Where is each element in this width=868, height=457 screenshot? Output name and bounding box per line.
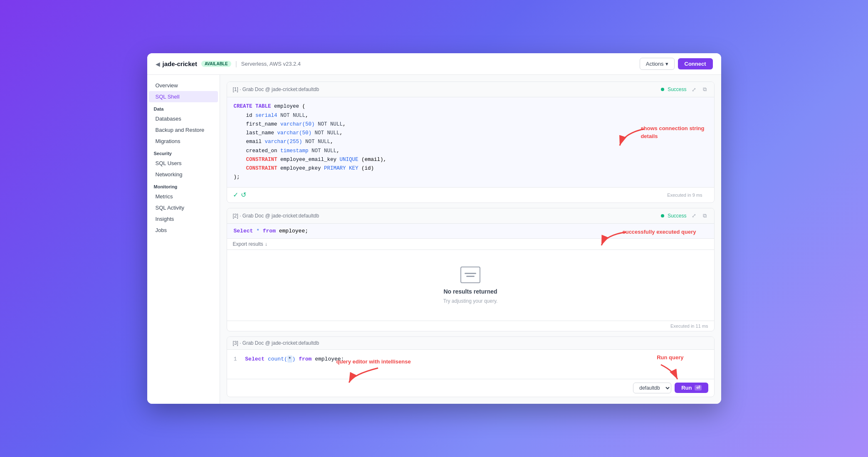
query-3-label: [3] · Grab Doc @ jade-cricket:defaultdb (233, 340, 319, 346)
run-shortcut: ⏎ (695, 385, 702, 390)
editor-footer: defaultdb Run ⏎ (227, 379, 714, 397)
sidebar-item-backup-restore[interactable]: Backup and Restore (149, 124, 218, 136)
sidebar-section-data: Data (147, 102, 220, 113)
query-block-3: [3] · Grab Doc @ jade-cricket:defaultdb … (227, 336, 715, 397)
expand-button-1[interactable]: ⤢ (690, 86, 698, 94)
editor-area: 1 Select count(*) from employee; (227, 350, 714, 379)
check-icon-1: ✓ (233, 191, 238, 199)
query-block-2: [2] · Grab Doc @ jade-cricket:defaultdb … (227, 208, 715, 331)
actions-label: Actions (646, 61, 664, 67)
connect-button[interactable]: Connect (678, 58, 713, 69)
sidebar-item-databases[interactable]: Databases (149, 113, 218, 124)
instance-meta: Serverless, AWS v23.2.4 (241, 61, 301, 67)
main-window: ◀ jade-cricket AVAILABLE | Serverless, A… (147, 53, 721, 403)
query-1-code: CREATE TABLE employee ( id serial4 NOT N… (227, 97, 714, 187)
query-2-code: Select * from employee; (227, 224, 714, 239)
sidebar-section-security: Security (147, 147, 220, 158)
header-actions: Actions ▾ Connect (640, 58, 713, 70)
sidebar-item-insights[interactable]: Insights (149, 213, 218, 225)
header: ◀ jade-cricket AVAILABLE | Serverless, A… (147, 53, 721, 75)
run-label: Run (681, 385, 692, 391)
sidebar-item-overview[interactable]: Overview (149, 80, 218, 91)
database-selector[interactable]: defaultdb (633, 383, 671, 393)
query-block-3-header: [3] · Grab Doc @ jade-cricket:defaultdb (227, 337, 714, 350)
query-block-1-header: [1] · Grab Doc @ jade-cricket:defaultdb … (227, 82, 714, 97)
sidebar-item-metrics[interactable]: Metrics (149, 191, 218, 202)
sidebar: Overview SQL Shell Data Databases Backup… (147, 75, 220, 403)
instance-title: jade-cricket (163, 60, 197, 67)
query-block-1: [1] · Grab Doc @ jade-cricket:defaultdb … (227, 82, 715, 203)
no-results-section: No results returned Try adjusting your q… (227, 250, 714, 321)
no-results-subtitle: Try adjusting your query. (443, 298, 498, 304)
copy-button-2[interactable]: ⧉ (701, 212, 708, 220)
export-bar: Export results ↓ (227, 239, 714, 250)
query-1-footer: ✓ ↺ Executed in 9 ms (227, 188, 714, 203)
actions-button[interactable]: Actions ▾ (640, 58, 675, 70)
sidebar-item-sql-shell[interactable]: SQL Shell (149, 91, 218, 102)
no-results-title: No results returned (443, 288, 497, 295)
sidebar-item-migrations[interactable]: Migrations (149, 136, 218, 147)
status-dot-2 (661, 214, 664, 217)
line-numbers: 1 (227, 355, 242, 374)
header-divider: | (235, 60, 237, 68)
status-dot-1 (661, 88, 664, 91)
main-content: [1] · Grab Doc @ jade-cricket:defaultdb … (220, 75, 721, 403)
status-text-1: Success (668, 86, 686, 92)
run-button[interactable]: Run ⏎ (675, 383, 708, 393)
back-button[interactable]: ◀ (156, 61, 160, 67)
query-2-time: Executed in 11 ms (670, 324, 708, 329)
available-badge: AVAILABLE (201, 61, 231, 67)
editor-content[interactable]: Select count(*) from employee; (242, 355, 714, 374)
query-1-label: [1] · Grab Doc @ jade-cricket:defaultdb (233, 86, 319, 92)
sidebar-item-jobs[interactable]: Jobs (149, 225, 218, 236)
layout: Overview SQL Shell Data Databases Backup… (147, 75, 721, 403)
download-icon: ↓ (265, 241, 267, 247)
status-text-2: Success (668, 213, 686, 219)
query-2-label: [2] · Grab Doc @ jade-cricket:defaultdb (233, 213, 319, 219)
query-block-2-header: [2] · Grab Doc @ jade-cricket:defaultdb … (227, 208, 714, 224)
no-results-icon (460, 267, 480, 283)
sidebar-item-networking[interactable]: Networking (149, 169, 218, 180)
sidebar-item-sql-users[interactable]: SQL Users (149, 158, 218, 169)
export-label: Export results (233, 241, 263, 247)
query-1-time: Executed in 9 ms (661, 190, 708, 200)
expand-button-2[interactable]: ⤢ (690, 212, 698, 220)
query-2-footer: Executed in 11 ms (227, 321, 714, 331)
refresh-icon-1: ↺ (241, 191, 246, 199)
sidebar-section-monitoring: Monitoring (147, 180, 220, 191)
chevron-down-icon: ▾ (665, 61, 668, 67)
copy-button-1[interactable]: ⧉ (701, 85, 708, 94)
sidebar-item-sql-activity[interactable]: SQL Activity (149, 202, 218, 213)
